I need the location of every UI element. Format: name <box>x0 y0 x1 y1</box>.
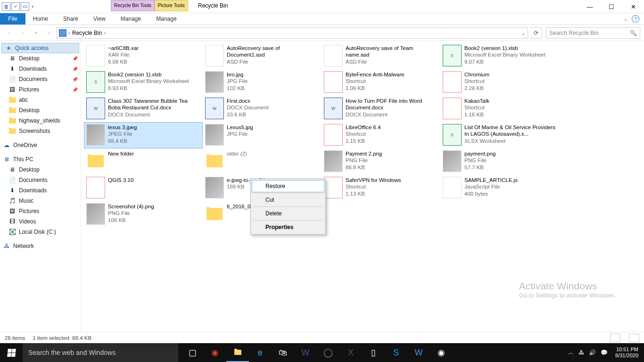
task-view-icon[interactable]: ▢ <box>181 343 204 362</box>
doc-icon[interactable]: ▯ <box>362 343 385 362</box>
file-item[interactable]: Lexus5.jpg JPG File <box>203 122 322 148</box>
search-placeholder: Search Recycle Bin <box>549 30 599 36</box>
file-item[interactable]: older (2) <box>203 148 322 175</box>
context-cut[interactable]: Cut <box>252 194 324 206</box>
file-list[interactable]: ~ar6C8B.xar XAR File 9.08 KB AutoRecover… <box>81 41 644 332</box>
close-button[interactable]: ✕ <box>622 0 644 13</box>
excel-icon[interactable]: X <box>339 343 362 362</box>
tab-manage-picture[interactable]: Manage <box>149 13 184 25</box>
tab-home[interactable]: Home <box>25 13 56 25</box>
address-bar[interactable]: › Recycle Bin › ⌄ <box>57 27 528 39</box>
view-icons-button[interactable] <box>629 334 639 342</box>
recycle-bin-icon[interactable]: 🗑 <box>2 2 10 11</box>
file-tab[interactable]: File <box>0 13 25 25</box>
wps-icon[interactable]: W <box>407 343 430 362</box>
file-item[interactable]: S Book2 (version 1).xlsb Microsoft Excel… <box>440 43 559 69</box>
file-item[interactable]: KakaoTalk Shortcut 1.16 KB <box>440 96 559 122</box>
skype-icon[interactable]: S <box>385 343 407 362</box>
word-icon[interactable]: W <box>294 343 317 362</box>
network-tray-icon[interactable]: 🖧 <box>578 349 584 356</box>
collapse-ribbon-icon[interactable]: ⌄ <box>623 16 628 22</box>
file-item[interactable]: W First.docx DOCX Document 33.6 KB <box>203 96 322 122</box>
file-item[interactable]: AutoRecovery save of Document1.asd ASD F… <box>203 43 322 69</box>
context-delete[interactable]: Delete <box>252 207 324 220</box>
refresh-button[interactable]: ⟳ <box>530 27 542 39</box>
file-item[interactable]: bro.jpg JPG File 102 KB <box>203 69 322 96</box>
file-item[interactable]: ByteFence Anti-Malware Shortcut 1.06 KB <box>322 69 440 96</box>
chevron-right-icon[interactable]: › <box>68 30 70 36</box>
file-item[interactable]: Payment 2.png PNG File 86.8 KB <box>322 148 440 175</box>
file-name: AutoRecovery save of Team name.asd <box>346 45 438 58</box>
back-button[interactable]: ← <box>4 27 15 39</box>
file-item[interactable]: New folder <box>84 148 203 175</box>
search-box[interactable]: Search Recycle Bin 🔍 <box>546 27 640 39</box>
file-item[interactable]: SaferVPN for Windows Shortcut 1.13 KB <box>322 175 440 201</box>
chevron-right-icon[interactable]: › <box>104 30 106 36</box>
context-properties[interactable]: Properties <box>252 221 324 233</box>
context-restore[interactable]: Restore <box>252 180 324 192</box>
sidebar-item[interactable]: Desktop <box>0 105 81 115</box>
tab-manage-recycle[interactable]: Manage <box>113 13 149 25</box>
file-item[interactable]: payment.png PNG File 57.7 KB <box>440 148 559 175</box>
file-item[interactable]: Chromium Shortcut 2.26 KB <box>440 69 559 96</box>
file-item[interactable]: ~ar6C8B.xar XAR File 9.08 KB <box>84 43 203 69</box>
qat-dropdown-icon[interactable]: ▾ <box>30 4 35 9</box>
action-center-icon[interactable]: 💬 <box>601 349 608 356</box>
sidebar-item[interactable]: 🖥Desktop📌 <box>0 53 81 64</box>
file-item[interactable]: S Book2 (version 1).xlsb Microsoft Excel… <box>84 69 203 96</box>
sidebar-item[interactable]: 📄Documents📌 <box>0 74 81 84</box>
sidebar-item[interactable]: 🎞Videos <box>0 216 81 227</box>
onedrive-header[interactable]: ☁ OneDrive <box>0 140 81 150</box>
file-item[interactable]: QGIS 3.10 <box>84 175 203 201</box>
file-item[interactable]: SAMPLE_ARTICLE.js JavaScript File 400 by… <box>440 175 559 201</box>
chrome-icon[interactable]: ◉ <box>430 343 453 362</box>
start-button[interactable] <box>0 343 23 362</box>
taskbar-search[interactable]: Search the web and Windows <box>23 343 178 362</box>
sidebar-item[interactable]: 🖥Desktop <box>0 165 81 175</box>
sidebar-item[interactable]: 🖼Pictures <box>0 206 81 216</box>
file-item[interactable]: lexus 3.jpeg JPEG File 68.4 KB <box>84 122 203 148</box>
help-icon[interactable]: ? <box>632 15 639 23</box>
file-item[interactable]: AutoRecovery save of Team name.asd ASD F… <box>322 43 440 69</box>
picture-tools-tab[interactable]: Picture Tools <box>155 0 188 11</box>
quick-access-header[interactable]: ★ Quick access <box>1 43 79 53</box>
file-item[interactable]: W Class 302 Taiwanese Bubble Tea Boba Re… <box>84 96 203 122</box>
recycle-bin-tools-tab[interactable]: Recycle Bin Tools <box>111 0 155 11</box>
file-item[interactable]: S List Of Marine & Oil Service Providers… <box>440 122 559 148</box>
address-dropdown-icon[interactable]: ⌄ <box>521 30 526 36</box>
forward-button[interactable]: → <box>17 27 28 39</box>
properties-icon[interactable]: ✓ <box>11 2 20 11</box>
sidebar-item[interactable]: 🖼Pictures📌 <box>0 84 81 95</box>
sidebar-item[interactable]: highway_shields <box>0 115 81 126</box>
location-icon <box>59 29 66 37</box>
recent-dropdown[interactable]: ▾ <box>30 27 41 39</box>
tab-share[interactable]: Share <box>56 13 86 25</box>
minimize-button[interactable]: — <box>579 0 601 13</box>
sidebar-item[interactable]: ⬇Downloads📌 <box>0 64 81 74</box>
sidebar-item[interactable]: 💽Local Disk (C:) <box>0 227 81 237</box>
sidebar-item[interactable]: 📄Documents <box>0 175 81 185</box>
file-item[interactable]: Screenshot (4).png PNG File 108 KB <box>84 201 203 228</box>
browser-icon[interactable]: ◯ <box>317 343 339 362</box>
this-pc-header[interactable]: 🖥 This PC <box>0 154 81 165</box>
sidebar-item[interactable]: Screenshots <box>0 126 81 136</box>
edge-icon[interactable]: e <box>249 343 272 362</box>
tab-view[interactable]: View <box>86 13 113 25</box>
store-icon[interactable]: 🛍 <box>272 343 294 362</box>
sidebar-item[interactable]: abc <box>0 95 81 105</box>
breadcrumb-item[interactable]: Recycle Bin <box>72 30 102 36</box>
volume-icon[interactable]: 🔊 <box>589 349 596 356</box>
maximize-button[interactable]: ☐ <box>601 0 622 13</box>
powerpoint-icon[interactable]: ◉ <box>204 343 226 362</box>
qat-icon[interactable]: ▭ <box>21 2 29 11</box>
tray-chevron-icon[interactable]: ︿ <box>568 349 574 357</box>
file-explorer-icon[interactable] <box>226 343 249 362</box>
taskbar-clock[interactable]: 10:51 PM 8/31/2020 <box>612 346 641 359</box>
view-details-button[interactable] <box>610 334 620 342</box>
up-button[interactable]: ↑ <box>43 27 55 39</box>
file-item[interactable]: W How to Turn PDF File into Word Documen… <box>322 96 440 122</box>
file-item[interactable]: LibreOffice 6.4 Shortcut 1.15 KB <box>322 122 440 148</box>
sidebar-item[interactable]: 🎵Music <box>0 196 81 206</box>
sidebar-item[interactable]: ⬇Downloads <box>0 185 81 196</box>
network-header[interactable]: 🖧 Network <box>0 241 81 251</box>
